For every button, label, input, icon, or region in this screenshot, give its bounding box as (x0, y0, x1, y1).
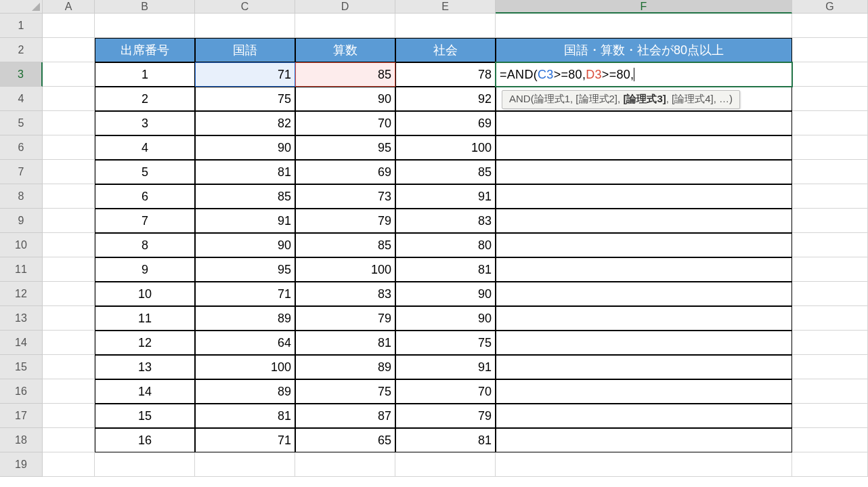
col-header-B[interactable]: B (95, 0, 195, 14)
cell-E9[interactable]: 83 (395, 209, 496, 233)
cell-C2[interactable]: 国語 (195, 38, 295, 62)
cell-E11[interactable]: 81 (395, 257, 496, 282)
cell-G15[interactable] (792, 355, 868, 379)
cell-C9[interactable]: 91 (195, 209, 295, 233)
cell-B18[interactable]: 16 (95, 428, 195, 452)
cell-C16[interactable]: 89 (195, 379, 295, 404)
cell-D16[interactable]: 75 (295, 379, 395, 404)
cell-E17[interactable]: 79 (395, 404, 496, 428)
cell-A16[interactable] (43, 379, 95, 404)
cell-A14[interactable] (43, 331, 95, 355)
cell-D2[interactable]: 算数 (295, 38, 395, 62)
cell-F19[interactable] (496, 452, 792, 477)
cell-B10[interactable]: 8 (95, 233, 195, 257)
cell-F12[interactable] (496, 282, 792, 306)
cell-F11[interactable] (496, 257, 792, 282)
cell-G2[interactable] (792, 38, 868, 62)
row-header-15[interactable]: 15 (0, 355, 43, 379)
cell-D6[interactable]: 95 (295, 135, 395, 160)
cell-B4[interactable]: 2 (95, 87, 195, 111)
cell-E5[interactable]: 69 (395, 111, 496, 135)
cell-B1[interactable] (95, 14, 195, 38)
spreadsheet-grid[interactable]: ABCDEFG12出席番号国語算数社会国語・算数・社会が80点以上3171857… (0, 0, 868, 477)
cell-F15[interactable] (496, 355, 792, 379)
cell-B15[interactable]: 13 (95, 355, 195, 379)
col-header-C[interactable]: C (195, 0, 295, 14)
row-header-8[interactable]: 8 (0, 184, 43, 209)
cell-G3[interactable] (792, 62, 868, 87)
cell-C14[interactable]: 64 (195, 331, 295, 355)
cell-A10[interactable] (43, 233, 95, 257)
cell-D3[interactable]: 85 (295, 62, 395, 87)
row-header-12[interactable]: 12 (0, 282, 43, 306)
cell-B3[interactable]: 1 (95, 62, 195, 87)
cell-D1[interactable] (295, 14, 395, 38)
cell-D10[interactable]: 85 (295, 233, 395, 257)
cell-C11[interactable]: 95 (195, 257, 295, 282)
col-header-F[interactable]: F (496, 0, 792, 14)
cell-F17[interactable] (496, 404, 792, 428)
row-header-5[interactable]: 5 (0, 111, 43, 135)
cell-B9[interactable]: 7 (95, 209, 195, 233)
cell-E10[interactable]: 80 (395, 233, 496, 257)
cell-A4[interactable] (43, 87, 95, 111)
cell-B11[interactable]: 9 (95, 257, 195, 282)
cell-E2[interactable]: 社会 (395, 38, 496, 62)
row-header-4[interactable]: 4 (0, 87, 43, 111)
cell-E13[interactable]: 90 (395, 306, 496, 331)
cell-G12[interactable] (792, 282, 868, 306)
cell-D18[interactable]: 65 (295, 428, 395, 452)
cell-E7[interactable]: 85 (395, 160, 496, 184)
cell-F13[interactable] (496, 306, 792, 331)
cell-F14[interactable] (496, 331, 792, 355)
cell-B2[interactable]: 出席番号 (95, 38, 195, 62)
cell-A7[interactable] (43, 160, 95, 184)
cell-F8[interactable] (496, 184, 792, 209)
cell-E6[interactable]: 100 (395, 135, 496, 160)
cell-G6[interactable] (792, 135, 868, 160)
cell-E4[interactable]: 92 (395, 87, 496, 111)
col-header-A[interactable]: A (43, 0, 95, 14)
cell-E15[interactable]: 91 (395, 355, 496, 379)
cell-C10[interactable]: 90 (195, 233, 295, 257)
cell-C13[interactable]: 89 (195, 306, 295, 331)
cell-G13[interactable] (792, 306, 868, 331)
cell-G18[interactable] (792, 428, 868, 452)
cell-E14[interactable]: 75 (395, 331, 496, 355)
cell-A18[interactable] (43, 428, 95, 452)
cell-D14[interactable]: 81 (295, 331, 395, 355)
row-header-14[interactable]: 14 (0, 331, 43, 355)
cell-G19[interactable] (792, 452, 868, 477)
row-header-19[interactable]: 19 (0, 452, 43, 477)
cell-A6[interactable] (43, 135, 95, 160)
select-all-corner[interactable] (0, 0, 43, 14)
cell-F1[interactable] (496, 14, 792, 38)
cell-E3[interactable]: 78 (395, 62, 496, 87)
cell-F4[interactable]: AND(論理式1, [論理式2], [論理式3], [論理式4], …) (496, 87, 792, 111)
cell-A2[interactable] (43, 38, 95, 62)
cell-B7[interactable]: 5 (95, 160, 195, 184)
cell-G9[interactable] (792, 209, 868, 233)
cell-B6[interactable]: 4 (95, 135, 195, 160)
col-header-G[interactable]: G (792, 0, 868, 14)
cell-A3[interactable] (43, 62, 95, 87)
cell-G16[interactable] (792, 379, 868, 404)
cell-E19[interactable] (395, 452, 496, 477)
cell-B19[interactable] (95, 452, 195, 477)
cell-D13[interactable]: 79 (295, 306, 395, 331)
cell-F7[interactable] (496, 160, 792, 184)
cell-B16[interactable]: 14 (95, 379, 195, 404)
row-header-2[interactable]: 2 (0, 38, 43, 62)
cell-A9[interactable] (43, 209, 95, 233)
cell-D11[interactable]: 100 (295, 257, 395, 282)
cell-G11[interactable] (792, 257, 868, 282)
cell-B17[interactable]: 15 (95, 404, 195, 428)
cell-C7[interactable]: 81 (195, 160, 295, 184)
cell-F18[interactable] (496, 428, 792, 452)
row-header-13[interactable]: 13 (0, 306, 43, 331)
cell-E12[interactable]: 90 (395, 282, 496, 306)
cell-C15[interactable]: 100 (195, 355, 295, 379)
cell-C18[interactable]: 71 (195, 428, 295, 452)
cell-D9[interactable]: 79 (295, 209, 395, 233)
cell-C3[interactable]: 71 (195, 62, 295, 87)
